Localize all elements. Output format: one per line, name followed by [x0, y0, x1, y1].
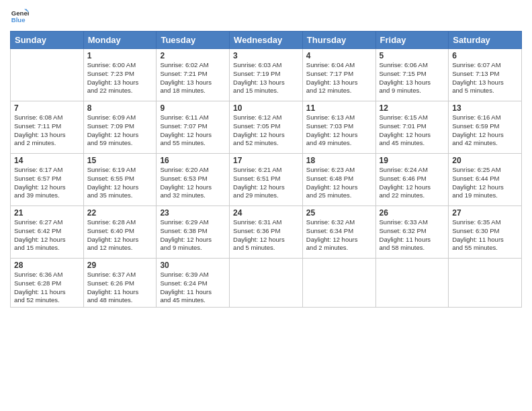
day-info: Sunrise: 6:36 AM Sunset: 6:28 PM Dayligh…: [14, 271, 80, 305]
weekday-header-friday: Friday: [375, 32, 449, 49]
calendar-cell: 24Sunrise: 6:31 AM Sunset: 6:36 PM Dayli…: [230, 206, 303, 259]
day-number: 2: [160, 51, 226, 60]
weekday-header-wednesday: Wednesday: [230, 32, 303, 49]
calendar-cell: 19Sunrise: 6:24 AM Sunset: 6:46 PM Dayli…: [375, 154, 449, 206]
calendar-cell: 6Sunrise: 6:07 AM Sunset: 7:13 PM Daylig…: [449, 49, 522, 101]
calendar-cell: 16Sunrise: 6:20 AM Sunset: 6:53 PM Dayli…: [157, 154, 230, 206]
calendar-cell: 21Sunrise: 6:27 AM Sunset: 6:42 PM Dayli…: [11, 206, 84, 259]
day-number: 3: [233, 51, 299, 60]
calendar-cell: 5Sunrise: 6:06 AM Sunset: 7:15 PM Daylig…: [375, 49, 449, 101]
calendar-cell: 4Sunrise: 6:04 AM Sunset: 7:17 PM Daylig…: [302, 49, 375, 101]
day-info: Sunrise: 6:03 AM Sunset: 7:19 PM Dayligh…: [233, 61, 299, 95]
calendar-cell: [302, 259, 375, 308]
day-number: 21: [14, 208, 80, 218]
day-number: 30: [160, 261, 226, 270]
day-info: Sunrise: 6:04 AM Sunset: 7:17 PM Dayligh…: [306, 61, 372, 95]
calendar-cell: 13Sunrise: 6:16 AM Sunset: 6:59 PM Dayli…: [449, 101, 522, 154]
calendar-cell: 2Sunrise: 6:02 AM Sunset: 7:21 PM Daylig…: [157, 49, 230, 101]
calendar-cell: 11Sunrise: 6:13 AM Sunset: 7:03 PM Dayli…: [302, 101, 375, 154]
calendar-cell: 30Sunrise: 6:39 AM Sunset: 6:24 PM Dayli…: [157, 259, 230, 308]
weekday-header-sunday: Sunday: [11, 32, 84, 49]
day-info: Sunrise: 6:20 AM Sunset: 6:53 PM Dayligh…: [160, 166, 226, 200]
day-number: 9: [160, 103, 226, 113]
logo-icon: General Blue: [10, 7, 29, 26]
calendar-cell: 7Sunrise: 6:08 AM Sunset: 7:11 PM Daylig…: [11, 101, 84, 154]
day-info: Sunrise: 6:12 AM Sunset: 7:05 PM Dayligh…: [233, 113, 299, 148]
calendar-cell: 20Sunrise: 6:25 AM Sunset: 6:44 PM Dayli…: [449, 154, 522, 206]
day-number: 18: [306, 156, 372, 165]
calendar-cell: 25Sunrise: 6:32 AM Sunset: 6:34 PM Dayli…: [302, 206, 375, 259]
day-info: Sunrise: 6:29 AM Sunset: 6:38 PM Dayligh…: [160, 218, 226, 253]
day-number: 7: [14, 103, 80, 113]
day-number: 27: [452, 208, 518, 218]
day-info: Sunrise: 6:24 AM Sunset: 6:46 PM Dayligh…: [380, 166, 445, 200]
day-info: Sunrise: 6:33 AM Sunset: 6:32 PM Dayligh…: [380, 218, 445, 253]
calendar-cell: 15Sunrise: 6:19 AM Sunset: 6:55 PM Dayli…: [83, 154, 157, 206]
calendar-cell: 23Sunrise: 6:29 AM Sunset: 6:38 PM Dayli…: [157, 206, 230, 259]
calendar-cell: 17Sunrise: 6:21 AM Sunset: 6:51 PM Dayli…: [230, 154, 303, 206]
day-info: Sunrise: 6:16 AM Sunset: 6:59 PM Dayligh…: [452, 113, 518, 148]
day-info: Sunrise: 6:21 AM Sunset: 6:51 PM Dayligh…: [233, 166, 299, 200]
calendar-cell: 18Sunrise: 6:23 AM Sunset: 6:48 PM Dayli…: [302, 154, 375, 206]
weekday-header-monday: Monday: [83, 32, 157, 49]
weekday-header-saturday: Saturday: [449, 32, 522, 49]
calendar-cell: [230, 259, 303, 308]
calendar-week-3: 14Sunrise: 6:17 AM Sunset: 6:57 PM Dayli…: [11, 154, 522, 206]
weekday-header-tuesday: Tuesday: [157, 32, 230, 49]
day-number: 25: [306, 208, 372, 218]
calendar-cell: 22Sunrise: 6:28 AM Sunset: 6:40 PM Dayli…: [83, 206, 157, 259]
day-number: 13: [452, 103, 518, 113]
day-number: 16: [160, 156, 226, 165]
day-info: Sunrise: 6:02 AM Sunset: 7:21 PM Dayligh…: [160, 61, 226, 95]
day-number: 17: [233, 156, 299, 165]
calendar-cell: 10Sunrise: 6:12 AM Sunset: 7:05 PM Dayli…: [230, 101, 303, 154]
day-info: Sunrise: 6:06 AM Sunset: 7:15 PM Dayligh…: [380, 61, 445, 95]
calendar-cell: [449, 259, 522, 308]
day-number: 24: [233, 208, 299, 218]
day-info: Sunrise: 6:35 AM Sunset: 6:30 PM Dayligh…: [452, 218, 518, 253]
calendar-cell: 8Sunrise: 6:09 AM Sunset: 7:09 PM Daylig…: [83, 101, 157, 154]
day-info: Sunrise: 6:00 AM Sunset: 7:23 PM Dayligh…: [87, 61, 153, 95]
day-number: 8: [87, 103, 153, 113]
day-number: 26: [380, 208, 445, 218]
calendar-cell: 9Sunrise: 6:11 AM Sunset: 7:07 PM Daylig…: [157, 101, 230, 154]
calendar-week-1: 1Sunrise: 6:00 AM Sunset: 7:23 PM Daylig…: [11, 49, 522, 101]
day-number: 4: [306, 51, 372, 60]
day-number: 19: [380, 156, 445, 165]
day-info: Sunrise: 6:31 AM Sunset: 6:36 PM Dayligh…: [233, 218, 299, 253]
day-info: Sunrise: 6:32 AM Sunset: 6:34 PM Dayligh…: [306, 218, 372, 253]
calendar-cell: 12Sunrise: 6:15 AM Sunset: 7:01 PM Dayli…: [375, 101, 449, 154]
day-info: Sunrise: 6:23 AM Sunset: 6:48 PM Dayligh…: [306, 166, 372, 200]
calendar-week-4: 21Sunrise: 6:27 AM Sunset: 6:42 PM Dayli…: [11, 206, 522, 259]
day-number: 14: [14, 156, 80, 165]
page: General Blue SundayMondayTuesdayWednesda…: [0, 0, 532, 411]
weekday-header-thursday: Thursday: [302, 32, 375, 49]
day-number: 6: [452, 51, 518, 60]
day-number: 15: [87, 156, 153, 165]
day-number: 12: [380, 103, 445, 113]
calendar-cell: 3Sunrise: 6:03 AM Sunset: 7:19 PM Daylig…: [230, 49, 303, 101]
day-number: 22: [87, 208, 153, 218]
calendar-cell: [11, 49, 84, 101]
day-info: Sunrise: 6:37 AM Sunset: 6:26 PM Dayligh…: [87, 271, 153, 305]
day-number: 20: [452, 156, 518, 165]
day-number: 11: [306, 103, 372, 113]
day-info: Sunrise: 6:39 AM Sunset: 6:24 PM Dayligh…: [160, 271, 226, 305]
calendar-week-2: 7Sunrise: 6:08 AM Sunset: 7:11 PM Daylig…: [11, 101, 522, 154]
calendar-week-5: 28Sunrise: 6:36 AM Sunset: 6:28 PM Dayli…: [11, 259, 522, 308]
day-info: Sunrise: 6:15 AM Sunset: 7:01 PM Dayligh…: [380, 113, 445, 148]
day-info: Sunrise: 6:25 AM Sunset: 6:44 PM Dayligh…: [452, 166, 518, 200]
calendar-cell: 1Sunrise: 6:00 AM Sunset: 7:23 PM Daylig…: [83, 49, 157, 101]
day-number: 23: [160, 208, 226, 218]
day-info: Sunrise: 6:17 AM Sunset: 6:57 PM Dayligh…: [14, 166, 80, 200]
day-number: 28: [14, 261, 80, 270]
header: General Blue: [10, 7, 522, 26]
day-info: Sunrise: 6:07 AM Sunset: 7:13 PM Dayligh…: [452, 61, 518, 95]
day-info: Sunrise: 6:11 AM Sunset: 7:07 PM Dayligh…: [160, 113, 226, 148]
svg-text:Blue: Blue: [11, 16, 26, 24]
day-info: Sunrise: 6:08 AM Sunset: 7:11 PM Dayligh…: [14, 113, 80, 148]
day-info: Sunrise: 6:27 AM Sunset: 6:42 PM Dayligh…: [14, 218, 80, 253]
calendar-header-row: SundayMondayTuesdayWednesdayThursdayFrid…: [11, 32, 522, 49]
calendar-cell: 27Sunrise: 6:35 AM Sunset: 6:30 PM Dayli…: [449, 206, 522, 259]
calendar-table: SundayMondayTuesdayWednesdayThursdayFrid…: [10, 31, 522, 308]
